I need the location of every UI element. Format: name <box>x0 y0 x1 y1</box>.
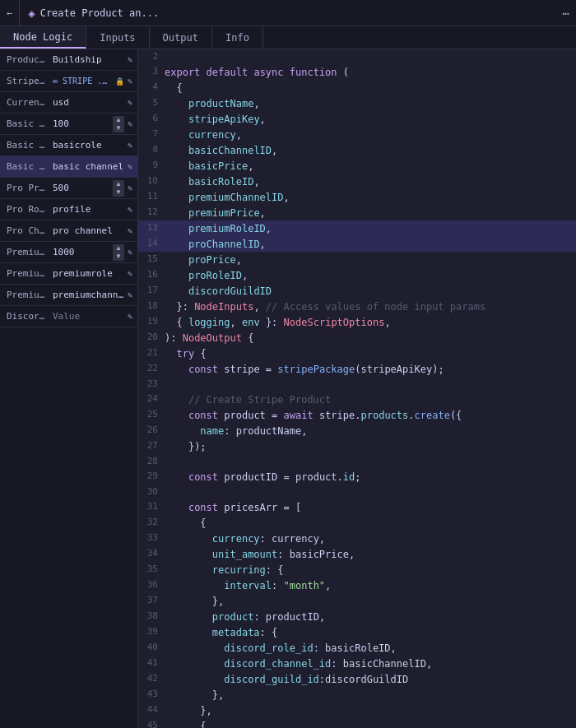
code-line-32: 32 { <box>138 515 576 531</box>
param-stripe: Stripe A... ∞ STRIPE_... 🔒 ✎ <box>0 71 137 92</box>
param-value-stripe: ∞ STRIPE_... <box>53 77 112 86</box>
param-value-pro-price: 500 <box>53 183 109 193</box>
basic-price-up[interactable]: ▲ <box>113 116 124 124</box>
code-line-36: 36 interval: "month", <box>138 577 576 593</box>
code-line-39: 39 metadata: { <box>138 624 576 640</box>
param-value-product: Buildship <box>53 54 124 65</box>
edit-icon-premium-role[interactable]: ✎ <box>128 269 132 278</box>
param-value-premium-price: 1000 <box>53 247 109 257</box>
param-value-pro-channel: pro channel <box>53 225 124 236</box>
code-line-17: 17 discordGuildID <box>138 283 576 299</box>
param-name-pro-channel: Pro Cha... <box>7 225 49 236</box>
param-name-stripe: Stripe A... <box>7 76 49 86</box>
param-pro-role: Pro Rol... profile ✎ <box>0 199 137 220</box>
param-name-premium-price: Premiu... <box>7 247 49 257</box>
code-line-3: 3 export default async function ( <box>138 64 576 80</box>
ellipsis-icon: ⋯ <box>563 7 569 20</box>
edit-icon-product[interactable]: ✎ <box>128 55 132 64</box>
edit-icon-pro-price[interactable]: ✎ <box>128 183 132 192</box>
edit-icon-stripe[interactable]: ✎ <box>128 77 132 86</box>
code-line-8: 8 basicChannelID, <box>138 142 576 158</box>
param-currency: Currency usd ✎ <box>0 92 137 114</box>
param-value-discord: Value <box>53 311 124 322</box>
code-line-21: 21 try { <box>138 345 576 361</box>
param-discord: Discord... Value ✎ <box>0 306 137 327</box>
code-line-27: 27 }); <box>138 438 576 454</box>
lock-icon-stripe[interactable]: 🔒 <box>115 77 124 86</box>
main-content: Product... Buildship ✎ Stripe A... ∞ STR… <box>0 49 576 728</box>
param-name-basic-price: Basic Pr... <box>7 118 49 129</box>
premium-price-stepper[interactable]: ▲ ▼ <box>113 244 124 261</box>
basic-price-stepper[interactable]: ▲ ▼ <box>113 116 124 132</box>
code-panel: 2 3 export default async function ( 4 { … <box>138 49 576 728</box>
param-name-premium-role: Premiu... <box>7 268 49 279</box>
param-name-currency: Currency <box>7 97 49 108</box>
edit-icon-premium-price[interactable]: ✎ <box>128 248 132 257</box>
tab-node-logic[interactable]: Node Logic <box>0 26 86 49</box>
code-line-15: 15 proPrice, <box>138 252 576 267</box>
param-value-basic-price: 100 <box>53 118 109 129</box>
param-name-pro-price: Pro Price <box>7 183 49 193</box>
node-icon: ◈ <box>28 7 35 20</box>
edit-icon-pro-channel[interactable]: ✎ <box>128 226 132 235</box>
code-line-25: 25 const product = await stripe.products… <box>138 407 576 423</box>
param-pro-channel: Pro Cha... pro channel ✎ <box>0 220 137 242</box>
code-line-4: 4 { <box>138 80 576 95</box>
code-line-34: 34 unit_amount: basicPrice, <box>138 546 576 562</box>
pro-price-up[interactable]: ▲ <box>113 180 124 188</box>
title-area: ◈ Create Product an... <box>20 0 555 26</box>
edit-icon-discord[interactable]: ✎ <box>128 312 132 321</box>
code-line-10: 10 basicRoleID, <box>138 174 576 189</box>
code-line-42: 42 discord_guild_id:discordGuildID <box>138 671 576 687</box>
code-line-23: 23 <box>138 377 576 392</box>
code-line-28: 28 <box>138 454 576 469</box>
premium-price-down[interactable]: ▼ <box>113 253 124 261</box>
param-basic-channel: Basic C... basic channel ✎ <box>0 156 137 178</box>
pro-price-down[interactable]: ▼ <box>113 188 124 197</box>
top-bar: ← ◈ Create Product an... ⋯ <box>0 0 576 26</box>
basic-price-down[interactable]: ▼ <box>113 124 124 132</box>
code-line-45: 45 { <box>138 718 576 728</box>
code-line-26: 26 name: productName, <box>138 423 576 438</box>
code-line-24: 24 // Create Stripe Product <box>138 392 576 407</box>
code-line-6: 6 stripeApiKey, <box>138 111 576 127</box>
pro-price-stepper[interactable]: ▲ ▼ <box>113 180 124 197</box>
code-line-9: 9 basicPrice, <box>138 158 576 174</box>
premium-price-up[interactable]: ▲ <box>113 244 124 253</box>
code-line-33: 33 currency: currency, <box>138 531 576 546</box>
code-line-29: 29 const productID = product.id; <box>138 469 576 485</box>
edit-icon-basic-role[interactable]: ✎ <box>128 141 132 150</box>
code-line-11: 11 premiumChannelID, <box>138 189 576 205</box>
param-name-basic-role: Basic R... <box>7 140 49 151</box>
code-line-41: 41 discord_channel_id: basicChannelID, <box>138 656 576 671</box>
param-value-basic-role: basicrole <box>53 140 124 151</box>
param-name-premium-channel: Premiu... <box>7 290 49 300</box>
param-basic-role: Basic R... basicrole ✎ <box>0 135 137 156</box>
code-line-43: 43 }, <box>138 687 576 702</box>
edit-icon-currency[interactable]: ✎ <box>128 98 132 107</box>
param-name-basic-channel: Basic C... <box>7 161 49 172</box>
code-line-37: 37 }, <box>138 593 576 609</box>
param-product: Product... Buildship ✎ <box>0 49 137 71</box>
code-line-5: 5 productName, <box>138 95 576 111</box>
tab-output[interactable]: Output <box>150 26 212 49</box>
back-button[interactable]: ← <box>0 0 20 26</box>
code-line-40: 40 discord_role_id: basicRoleID, <box>138 640 576 656</box>
code-line-30: 30 <box>138 485 576 499</box>
param-name-pro-role: Pro Rol... <box>7 204 49 215</box>
param-pro-price: Pro Price 500 ▲ ▼ ✎ <box>0 178 137 199</box>
edit-icon-basic-channel[interactable]: ✎ <box>128 162 132 171</box>
param-basic-price: Basic Pr... 100 ▲ ▼ ✎ <box>0 114 137 135</box>
param-value-premium-channel: premiumchannel <box>53 290 124 300</box>
code-line-12: 12 premiumPrice, <box>138 205 576 220</box>
edit-icon-basic-price[interactable]: ✎ <box>128 119 132 128</box>
code-line-16: 16 proRoleID, <box>138 267 576 283</box>
param-value-premium-role: premiumrole <box>53 268 124 279</box>
tab-inputs[interactable]: Inputs <box>86 26 149 49</box>
param-premium-role: Premiu... premiumrole ✎ <box>0 263 137 285</box>
param-name-discord: Discord... <box>7 311 49 322</box>
tab-info[interactable]: Info <box>212 26 263 49</box>
edit-icon-pro-role[interactable]: ✎ <box>128 205 132 214</box>
edit-icon-premium-channel[interactable]: ✎ <box>128 290 132 299</box>
menu-button[interactable]: ⋯ <box>556 7 576 20</box>
